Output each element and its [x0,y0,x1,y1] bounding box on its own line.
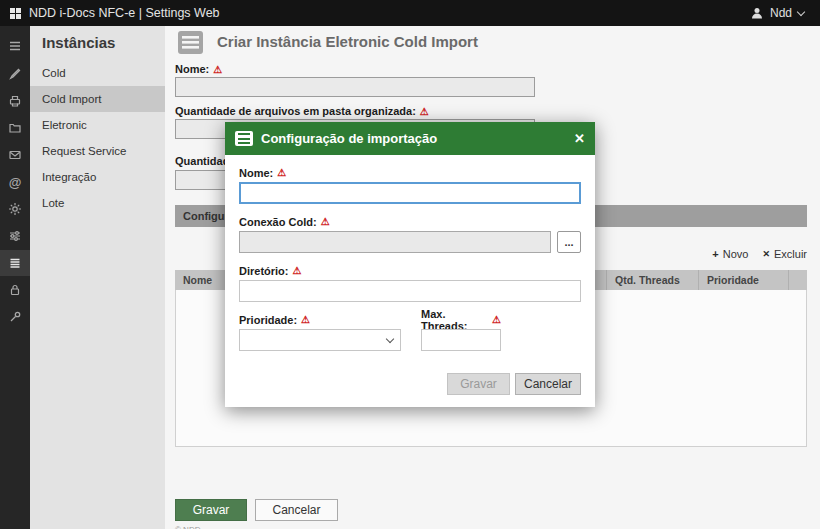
sidebar-item-integracao[interactable]: Integração [30,164,165,190]
brush-icon[interactable] [0,62,30,86]
column-qtd-threads: Qtd. Threads [607,270,699,290]
sidebar-item-lote[interactable]: Lote [30,190,165,216]
app-logo-icon [10,8,21,19]
sidebar-title: Instâncias [30,26,165,51]
modal-label-prioridade: Prioridade:⚠ [239,313,401,326]
excluir-button[interactable]: ✕ Excluir [762,248,807,260]
user-menu[interactable]: Ndd [750,6,820,20]
plus-icon: + [712,248,718,260]
modal-diretorio-input[interactable] [239,280,581,302]
modal-footer: Gravar Cancelar [447,373,581,395]
novo-button[interactable]: + Novo [712,248,748,260]
user-name: Ndd [770,6,792,20]
modal-gravar-button[interactable]: Gravar [447,373,510,395]
topbar: NDD i-Docs NFC-e | Settings Web Ndd [0,0,820,26]
folder-icon[interactable] [0,116,30,140]
column-actions [789,270,807,290]
warning-icon: ⚠ [293,265,302,276]
close-icon[interactable]: ✕ [574,131,585,146]
modal-header: Configuração de importação ✕ [225,122,595,155]
warning-icon: ⚠ [213,64,222,75]
warning-icon: ⚠ [301,314,310,325]
modal-configuracao-importacao: Configuração de importação ✕ Nome:⚠ Cone… [225,122,595,407]
printer-icon[interactable] [0,89,30,113]
warning-icon: ⚠ [420,106,429,117]
sliders-icon[interactable] [0,224,30,248]
mail-icon[interactable] [0,143,30,167]
warning-icon: ⚠ [321,216,330,227]
label-nome: Nome:⚠ [175,63,222,75]
sidebar-item-cold[interactable]: Cold [30,60,165,86]
gravar-button[interactable]: Gravar [175,499,247,521]
modal-cancelar-button[interactable]: Cancelar [515,373,581,395]
sidebar-item-cold-import[interactable]: Cold Import [30,86,165,112]
modal-label-max-threads: Max. Threads:⚠ [421,313,501,326]
gear-icon[interactable] [0,197,30,221]
x-icon: ✕ [762,249,770,259]
warning-icon: ⚠ [492,314,501,325]
page-title: Criar Instância Eletronic Cold Import [217,33,478,50]
modal-title: Configuração de importação [261,131,437,146]
menu-icon[interactable] [0,34,30,58]
grid-toolbar: + Novo ✕ Excluir [712,248,807,260]
cancelar-button[interactable]: Cancelar [255,499,338,521]
chevron-down-icon [797,7,805,15]
prioridade-select[interactable] [239,329,401,351]
column-prioridade: Prioridade [699,270,789,290]
app-window: NDD i-Docs NFC-e | Settings Web Ndd @ [0,0,820,529]
at-icon[interactable]: @ [0,170,30,194]
user-icon [750,6,764,20]
modal-label-diretorio: Diretório:⚠ [239,264,581,277]
sidebar-item-eletronic[interactable]: Eletronic [30,112,165,138]
nome-input[interactable] [175,77,535,97]
warning-icon: ⚠ [277,167,286,178]
label-quantidade-pasta: Quantidade de arquivos em pasta organiza… [175,105,429,117]
copyright-text: © NDD [175,525,200,529]
modal-label-conexao: Conexão Cold:⚠ [239,215,581,228]
wrench-icon[interactable] [0,305,30,329]
modal-nome-input[interactable] [239,182,581,204]
modal-label-nome: Nome:⚠ [239,166,581,179]
modal-conexao-input[interactable] [239,231,551,253]
app-title: NDD i-Docs NFC-e | Settings Web [29,6,220,20]
list-icon[interactable] [0,250,30,276]
lock-icon[interactable] [0,278,30,302]
page-header-icon [173,30,207,56]
sidebar: Instâncias Cold Cold Import Eletronic Re… [30,26,165,529]
sidebar-item-request-service[interactable]: Request Service [30,138,165,164]
document-lines-icon [235,131,253,146]
icon-rail: @ [0,26,30,529]
modal-body: Nome:⚠ Conexão Cold:⚠ ... Diretório:⚠ Pr… [225,155,595,351]
max-threads-input[interactable] [421,329,501,351]
browse-button[interactable]: ... [557,231,581,253]
